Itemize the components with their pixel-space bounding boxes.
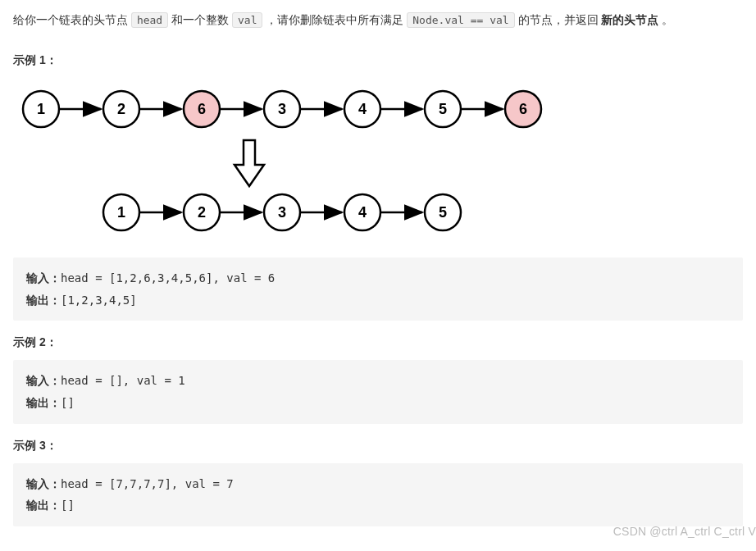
list-node-value: 3 [278,204,286,221]
desc-bold: 新的头节点 [601,13,658,26]
list-node-value: 5 [439,101,447,117]
list-node-value: 6 [519,101,527,117]
desc-text: 。 [662,13,673,26]
example-1-label: 示例 1： [13,53,743,68]
desc-text: ，请你删除链表中所有满足 [266,13,407,26]
output-value: [1,2,3,4,5] [61,294,137,307]
output-label: 输出： [26,499,61,512]
list-node-value: 1 [117,204,125,221]
example-input-line: 输入：head = [], val = 1 [26,370,730,392]
desc-text: 的节点，并返回 [518,13,602,26]
code-condition: Node.val == val [407,12,514,28]
example-output-line: 输出：[] [26,392,730,414]
watermark: CSDN @ctrl A_ctrl C_ctrl V [613,525,756,538]
output-value: [] [61,499,75,512]
list-node-value: 5 [439,204,447,221]
input-value: head = [1,2,6,3,4,5,6], val = 6 [61,271,275,285]
input-label: 输入： [26,271,61,285]
example-2-code: 输入：head = [], val = 1 输出：[] [13,360,743,423]
down-arrow-icon [235,140,264,186]
input-label: 输入： [26,477,61,490]
example-output-line: 输出：[] [26,494,730,517]
problem-description: 给你一个链表的头节点 head 和一个整数 val ，请你删除链表中所有满足 N… [13,10,743,30]
desc-text: 给你一个链表的头节点 [13,13,131,26]
input-value: head = [7,7,7,7], val = 7 [61,477,234,490]
list-node-value: 4 [358,101,367,117]
list-node-value: 6 [198,101,206,117]
list-node-value: 4 [358,204,367,221]
example-input-line: 输入：head = [7,7,7,7], val = 7 [26,473,730,495]
input-label: 输入： [26,374,61,387]
linked-list-diagram: 126345612345 [16,78,743,244]
output-label: 输出： [26,396,61,409]
example-1-code: 输入：head = [1,2,6,3,4,5,6], val = 6 输出：[1… [13,257,743,321]
list-node-value: 2 [198,204,206,221]
example-3-label: 示例 3： [13,439,743,453]
list-node-value: 3 [278,101,286,117]
example-output-line: 输出：[1,2,3,4,5] [26,289,730,312]
desc-text: 和一个整数 [171,13,232,26]
example-input-line: 输入：head = [1,2,6,3,4,5,6], val = 6 [26,267,730,289]
output-value: [] [61,396,75,409]
list-node-value: 2 [117,101,125,117]
output-label: 输出： [26,294,61,307]
code-head: head [131,12,168,28]
example-2-label: 示例 2： [13,335,743,350]
diagram-svg: 126345612345 [16,78,607,242]
example-3-code: 输入：head = [7,7,7,7], val = 7 输出：[] [13,463,743,526]
input-value: head = [], val = 1 [61,374,185,387]
code-val: val [232,12,262,28]
list-node-value: 1 [37,101,45,117]
